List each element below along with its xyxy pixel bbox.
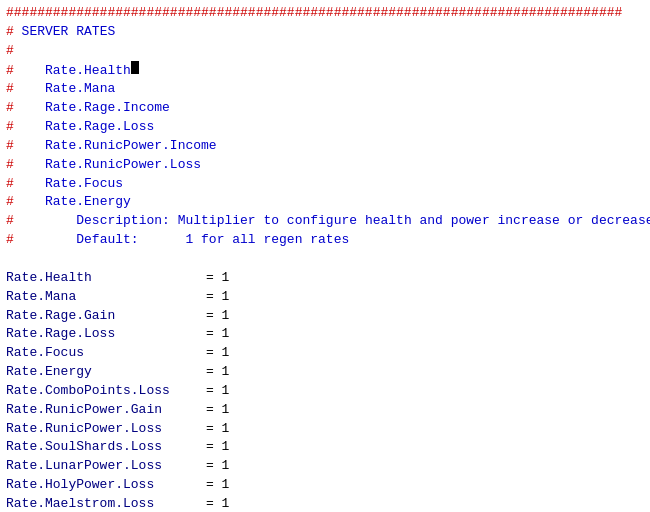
hash-5: # bbox=[6, 137, 14, 156]
hash-7: # bbox=[6, 175, 14, 194]
empty-hash: # bbox=[6, 42, 14, 61]
rate-maelstrom-key: Rate.Maelstrom.Loss bbox=[6, 495, 206, 512]
rate-focus-text: Rate.Focus bbox=[14, 175, 123, 194]
rate-combopoints-eq: = 1 bbox=[206, 382, 229, 401]
rate-rage-loss-eq: = 1 bbox=[206, 325, 229, 344]
rate-soulshards-key: Rate.SoulShards.Loss bbox=[6, 438, 206, 457]
rate-soulshards-line: Rate.SoulShards.Loss = 1 bbox=[6, 438, 644, 457]
rate-soulshards-eq: = 1 bbox=[206, 438, 229, 457]
rate-combopoints-key: Rate.ComboPoints.Loss bbox=[6, 382, 206, 401]
commented-rate-runicpower-loss: # Rate.RunicPower.Loss bbox=[6, 156, 644, 175]
rate-rage-loss-line: Rate.Rage.Loss = 1 bbox=[6, 325, 644, 344]
rate-rage-gain-eq: = 1 bbox=[206, 307, 229, 326]
rate-maelstrom-eq: = 1 bbox=[206, 495, 229, 512]
hash-6: # bbox=[6, 156, 14, 175]
rate-mana-key: Rate.Mana bbox=[6, 288, 206, 307]
rate-mana-line: Rate.Mana = 1 bbox=[6, 288, 644, 307]
hash-4: # bbox=[6, 118, 14, 137]
rate-rage-income-text: Rate.Rage.Income bbox=[14, 99, 170, 118]
rate-rage-gain-line: Rate.Rage.Gain = 1 bbox=[6, 307, 644, 326]
rate-energy-eq: = 1 bbox=[206, 363, 229, 382]
rate-runicpower-gain-key: Rate.RunicPower.Gain bbox=[6, 401, 206, 420]
desc-label: Description: bbox=[14, 212, 170, 231]
commented-rate-mana: # Rate.Mana bbox=[6, 80, 644, 99]
rate-health-text: Rate.Health bbox=[14, 62, 131, 81]
title-text: SERVER RATES bbox=[14, 23, 115, 42]
commented-rate-rage-income: # Rate.Rage.Income bbox=[6, 99, 644, 118]
hash-3: # bbox=[6, 99, 14, 118]
empty-hash-line: # bbox=[6, 42, 644, 61]
rate-rage-gain-key: Rate.Rage.Gain bbox=[6, 307, 206, 326]
rate-runicpower-gain-line: Rate.RunicPower.Gain = 1 bbox=[6, 401, 644, 420]
rate-focus-line: Rate.Focus = 1 bbox=[6, 344, 644, 363]
rate-runicpower-loss-eq: = 1 bbox=[206, 420, 229, 439]
commented-rate-health: # Rate.Health bbox=[6, 61, 644, 81]
rate-energy-line: Rate.Energy = 1 bbox=[6, 363, 644, 382]
desc-value: Multiplier to configure health and power… bbox=[170, 212, 650, 231]
commented-rate-runicpower-income: # Rate.RunicPower.Income bbox=[6, 137, 644, 156]
rate-health-eq: = 1 bbox=[206, 269, 229, 288]
rate-runicpower-income-text: Rate.RunicPower.Income bbox=[14, 137, 217, 156]
rate-runicpower-loss-key: Rate.RunicPower.Loss bbox=[6, 420, 206, 439]
commented-rate-energy: # Rate.Energy bbox=[6, 193, 644, 212]
editor-content: ########################################… bbox=[6, 4, 644, 512]
separator-line: ########################################… bbox=[6, 4, 644, 23]
default-label: Default: bbox=[14, 231, 178, 250]
rate-focus-eq: = 1 bbox=[206, 344, 229, 363]
rate-runicpower-loss-text: Rate.RunicPower.Loss bbox=[14, 156, 201, 175]
hash-2: # bbox=[6, 80, 14, 99]
rate-focus-key: Rate.Focus bbox=[6, 344, 206, 363]
description-line: # Description: Multiplier to configure h… bbox=[6, 212, 644, 231]
rate-health-line: Rate.Health = 1 bbox=[6, 269, 644, 288]
commented-rate-focus: # Rate.Focus bbox=[6, 175, 644, 194]
rate-maelstrom-line: Rate.Maelstrom.Loss = 1 bbox=[6, 495, 644, 512]
rate-lunarpower-line: Rate.LunarPower.Loss = 1 bbox=[6, 457, 644, 476]
rate-mana-eq: = 1 bbox=[206, 288, 229, 307]
rate-energy-text: Rate.Energy bbox=[14, 193, 131, 212]
rate-holypower-line: Rate.HolyPower.Loss = 1 bbox=[6, 476, 644, 495]
default-line: # Default: 1 for all regen rates bbox=[6, 231, 644, 250]
title-line: # SERVER RATES bbox=[6, 23, 644, 42]
commented-rate-rage-loss: # Rate.Rage.Loss bbox=[6, 118, 644, 137]
cursor bbox=[131, 61, 139, 74]
hash-8: # bbox=[6, 193, 14, 212]
rate-mana-text: Rate.Mana bbox=[14, 80, 115, 99]
rate-combopoints-line: Rate.ComboPoints.Loss = 1 bbox=[6, 382, 644, 401]
rate-rage-loss-text: Rate.Rage.Loss bbox=[14, 118, 154, 137]
hash-1: # bbox=[6, 62, 14, 81]
rate-runicpower-gain-eq: = 1 bbox=[206, 401, 229, 420]
rate-rage-loss-key: Rate.Rage.Loss bbox=[6, 325, 206, 344]
default-hash: # bbox=[6, 231, 14, 250]
desc-hash: # bbox=[6, 212, 14, 231]
blank-line-1 bbox=[6, 250, 644, 269]
rate-lunarpower-eq: = 1 bbox=[206, 457, 229, 476]
rate-energy-key: Rate.Energy bbox=[6, 363, 206, 382]
default-value: 1 for all regen rates bbox=[178, 231, 350, 250]
rate-health-key: Rate.Health bbox=[6, 269, 206, 288]
rate-holypower-key: Rate.HolyPower.Loss bbox=[6, 476, 206, 495]
rate-lunarpower-key: Rate.LunarPower.Loss bbox=[6, 457, 206, 476]
separator-text: ########################################… bbox=[6, 4, 622, 23]
rate-runicpower-loss-line: Rate.RunicPower.Loss = 1 bbox=[6, 420, 644, 439]
title-hash: # bbox=[6, 23, 14, 42]
rate-holypower-eq: = 1 bbox=[206, 476, 229, 495]
